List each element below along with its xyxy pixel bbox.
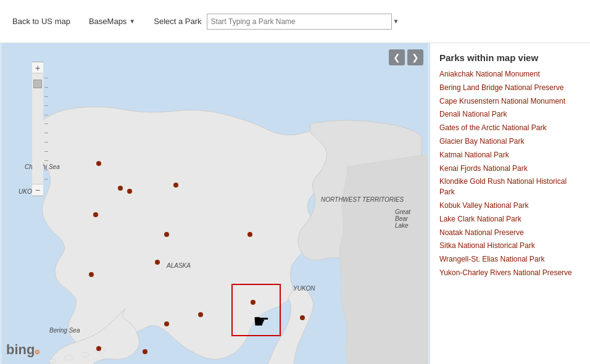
zoom-thumb[interactable] [33,80,42,88]
map-marker-dot[interactable] [164,232,169,237]
map-marker-dot[interactable] [89,272,94,277]
park-link[interactable]: Bering Land Bridge National Preserve [439,83,581,93]
basemaps-arrow-icon: ▼ [129,18,135,25]
park-link[interactable]: Klondike Gold Rush National Historical P… [439,176,581,197]
map-container[interactable]: + − [0,43,430,364]
basemaps-button[interactable]: BaseMaps ▼ [89,17,135,26]
toolbar: Back to US map BaseMaps ▼ Select a Park … [0,0,590,43]
map-marker-dot[interactable] [251,300,256,305]
zoom-controls: + − [32,62,43,196]
map-marker-dot[interactable] [96,161,101,166]
map-marker-dot[interactable] [173,183,178,188]
bing-logo: bing⊙ [6,342,39,358]
nav-prev-button[interactable]: ❮ [389,49,405,65]
map-marker-dot[interactable] [127,189,132,194]
park-link[interactable]: Cape Krusenstern National Monument [439,96,581,107]
map-marker-dot[interactable] [143,349,148,354]
park-link[interactable]: Gates of the Arctic National Park [439,123,581,133]
map-marker-dot[interactable] [118,186,123,191]
map-marker-dot[interactable] [155,260,160,265]
map-marker-dot[interactable] [247,232,252,237]
zoom-in-button[interactable]: + [32,62,43,73]
nav-arrows: ❮ ❯ [389,49,423,65]
map-marker-dot[interactable] [96,346,101,351]
svg-point-4 [49,359,56,363]
right-panel: Parks within map view Aniakchak National… [430,43,590,364]
parks-list: Aniakchak National MonumentBering Land B… [439,69,581,278]
zoom-track[interactable] [32,73,43,184]
park-search-input[interactable] [207,14,392,30]
park-link[interactable]: Denali National Park [439,109,581,120]
map-marker-dot[interactable] [93,212,98,217]
park-link[interactable]: Aniakchak National Monument [439,69,581,80]
park-link[interactable]: Kenai Fjords National Park [439,163,581,174]
back-to-us-map-link[interactable]: Back to US map [12,17,70,26]
park-link[interactable]: Kobuk Valley National Park [439,201,581,211]
main-area: + − [0,43,590,364]
nav-next-button[interactable]: ❯ [407,49,423,65]
basemaps-label: BaseMaps [89,17,127,26]
park-link[interactable]: Sitka National Historical Park [439,241,581,251]
park-select-arrow[interactable]: ▼ [393,18,399,25]
park-link[interactable]: Lake Clark National Park [439,214,581,225]
panel-title: Parks within map view [439,52,581,63]
select-park-label: Select a Park [154,17,201,26]
park-link[interactable]: Yukon-Charley Rivers National Preserve [439,268,581,278]
park-link[interactable]: Katmai National Park [439,150,581,160]
map-marker-dot[interactable] [300,315,305,320]
park-link[interactable]: Wrangell-St. Elias National Park [439,254,581,265]
svg-point-2 [81,352,89,357]
map-marker-dot[interactable] [198,312,203,317]
svg-point-3 [64,355,73,360]
park-link[interactable]: Noatak National Preserve [439,228,581,238]
map-svg [0,43,430,364]
zoom-out-button[interactable]: − [32,184,43,196]
park-link[interactable]: Glacier Bay National Park [439,136,581,147]
map-marker-dot[interactable] [164,321,169,326]
